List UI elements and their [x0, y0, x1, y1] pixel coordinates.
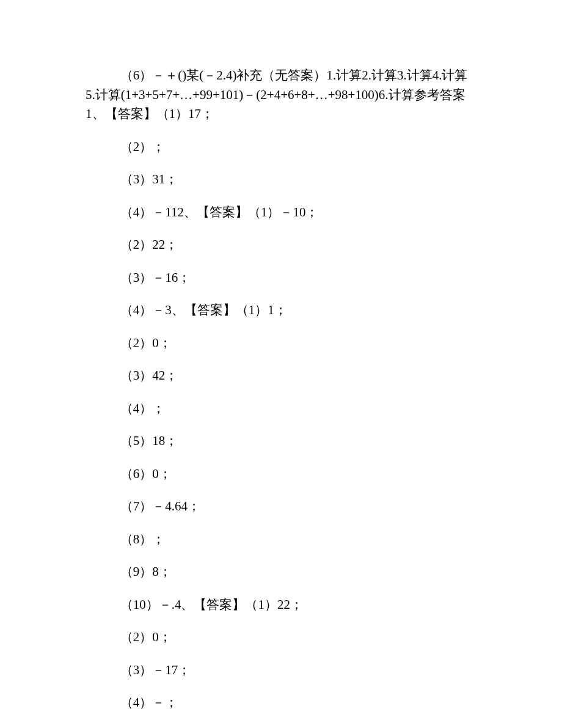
answer-line: （8）；: [86, 530, 476, 550]
answer-line: （3）－17；: [86, 661, 476, 680]
answer-line: （4）－；: [86, 693, 476, 713]
answer-line: （5）；: [86, 726, 476, 729]
answer-line: （4）－112、【答案】（1）－10；: [86, 203, 476, 222]
answer-line: （2）0；: [86, 334, 476, 353]
answer-line: （2）22；: [86, 235, 476, 255]
paragraph-first: （6）－＋()某(－2.4)补充（无答案）1.计算2.计算3.计算4.计算5.计…: [86, 66, 476, 124]
answer-line: （7）－4.64；: [86, 497, 476, 517]
answer-line: （3）－16；: [86, 268, 476, 288]
answer-line: （4）－3、【答案】（1）1；: [86, 301, 476, 320]
document-page: （6）－＋()某(－2.4)补充（无答案）1.计算2.计算3.计算4.计算5.计…: [0, 0, 562, 728]
answer-line: （3）42；: [86, 366, 476, 386]
answer-line: （2）0；: [86, 628, 476, 647]
answer-line: （9）8；: [86, 562, 476, 582]
answer-line: （4）；: [86, 399, 476, 419]
answer-line: （2）；: [86, 138, 476, 157]
answer-line: （5）18；: [86, 432, 476, 451]
answer-line: （3）31；: [86, 170, 476, 189]
answer-line: （10）－.4、【答案】（1）22；: [86, 595, 476, 615]
answer-line: （6）0；: [86, 465, 476, 484]
